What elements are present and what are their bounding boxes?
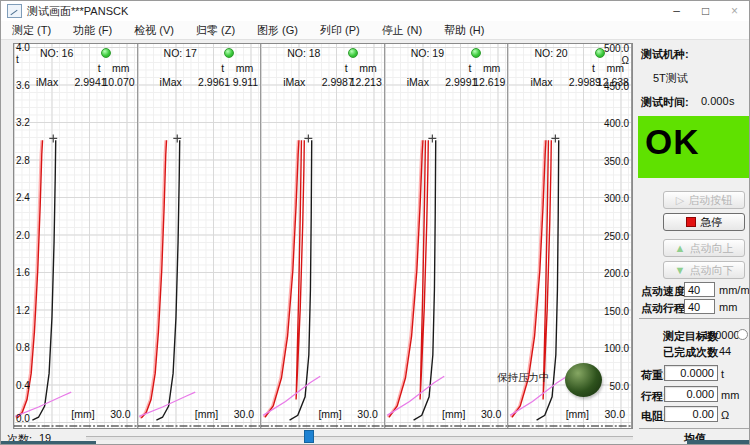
imax-label: iMax (530, 76, 552, 88)
col-header-mm: mm (236, 62, 254, 74)
panel-number: NO: 20 (534, 47, 567, 59)
test-panel-18: NO: 18 t mm iMax 2.9987 12.213 [mm] 30.0 (261, 44, 385, 428)
menu-view[interactable]: 检视 (V) (123, 21, 185, 39)
load-label: 荷重: (641, 368, 667, 383)
jog-stroke-unit: mm (719, 301, 737, 313)
divider (639, 428, 749, 429)
force-curve-chart (14, 44, 137, 428)
status-dot-icon (595, 48, 605, 58)
play-icon: ▷ (676, 195, 684, 206)
panel-number: NO: 16 (40, 47, 73, 59)
col-header-t: t (221, 62, 224, 74)
title-bar: 测试画面***PANSCK – □ × (1, 1, 749, 21)
col-header-t: t (345, 62, 348, 74)
menu-help[interactable]: 帮助 (H) (433, 21, 495, 39)
menu-graph[interactable]: 图形 (G) (246, 21, 309, 39)
jog-up-button[interactable]: ▲ 点动向上 (663, 239, 745, 257)
holding-pressure-label: 保持压力中 (497, 371, 550, 385)
imax-stroke-value: 10.070 (102, 76, 134, 88)
stroke-value-field: 0.000 (664, 386, 718, 402)
divider (639, 318, 749, 319)
imax-force-value: 2.9961 (198, 76, 230, 88)
jog-stroke-label: 点动行程 (641, 301, 685, 316)
test-time-unit: s (729, 95, 735, 107)
x-axis-max: 30.0 (357, 408, 377, 420)
result-status-badge: OK (638, 116, 750, 178)
status-dot-icon (348, 48, 358, 58)
x-axis-max: 30.0 (234, 408, 254, 420)
close-button[interactable]: × (720, 1, 749, 21)
test-panel-17: NO: 17 t mm iMax 2.9961 9.911 [mm] 30.0 (138, 44, 262, 428)
jog-speed-label: 点动速度 (641, 284, 685, 299)
window-title: 测试画面***PANSCK (27, 4, 128, 19)
menu-bar: 测定 (T) 功能 (F) 检视 (V) 归零 (Z) 图形 (G) 列印 (P… (1, 21, 749, 40)
cycle-slider-thumb[interactable] (304, 430, 314, 443)
col-header-t: t (98, 62, 101, 74)
test-time-value: 0.000 (701, 95, 729, 107)
x-axis-max: 30.0 (605, 408, 625, 420)
panel-number: NO: 17 (164, 47, 197, 59)
load-value-field: 0.0000 (664, 365, 718, 381)
imax-stroke-value: 12.638 (597, 76, 629, 88)
menu-stop[interactable]: 停止 (N) (371, 21, 433, 39)
test-panel-16: NO: 16 t mm iMax 2.9941 10.070 [mm] 30.0 (14, 44, 138, 428)
x-axis-unit: [mm] (71, 408, 94, 420)
jog-speed-input[interactable]: 40 (684, 282, 715, 297)
panel-number: NO: 19 (411, 47, 444, 59)
target-count-value: 100000 (703, 329, 740, 341)
col-header-mm: mm (112, 62, 130, 74)
cycle-slider-track[interactable] (86, 436, 633, 440)
test-panel-19: NO: 19 t mm iMax 2.9991 12.619 [mm] 30.0 (385, 44, 509, 428)
start-button[interactable]: ▷ 启动按钮 (663, 191, 745, 209)
resistance-value-field: 0.00 (664, 406, 718, 422)
app-window: 测试画面***PANSCK – □ × 测定 (T) 功能 (F) 检视 (V)… (0, 0, 750, 445)
imax-label: iMax (160, 76, 182, 88)
machine-type-value: 5T测试 (653, 71, 688, 86)
menu-print[interactable]: 列印 (P) (309, 21, 371, 39)
chart-area: NO: 16 t mm iMax 2.9941 10.070 [mm] 30.0… (13, 43, 633, 429)
bottom-edge-strip (687, 440, 750, 445)
imax-label: iMax (36, 76, 58, 88)
imax-stroke-value: 12.213 (350, 76, 382, 88)
menu-measure[interactable]: 测定 (T) (1, 21, 62, 39)
x-axis-max: 30.0 (481, 408, 501, 420)
result-status-text: OK (645, 122, 700, 162)
minimize-button[interactable]: – (662, 1, 691, 21)
force-curve-chart (138, 44, 261, 428)
holding-pressure-indicator-icon (565, 363, 602, 397)
emergency-stop-button[interactable]: 急停 (663, 213, 745, 231)
panel-number: NO: 18 (287, 47, 320, 59)
col-header-t: t (592, 62, 595, 74)
bottom-edge-strip (1, 441, 96, 445)
stop-square-icon (686, 217, 696, 227)
x-axis-max: 30.0 (110, 408, 130, 420)
jog-stroke-input[interactable]: 40 (684, 299, 715, 314)
test-time-label: 测试时间: (641, 95, 689, 110)
menu-function[interactable]: 功能 (F) (62, 21, 123, 39)
x-axis-unit: [mm] (442, 408, 465, 420)
stroke-unit: mm (721, 389, 739, 401)
jog-speed-unit: mm/min (719, 284, 750, 296)
imax-label: iMax (283, 76, 305, 88)
resistance-unit: Ω (721, 409, 729, 421)
x-axis-unit: [mm] (318, 408, 341, 420)
target-radio[interactable] (737, 329, 748, 340)
imax-stroke-value: 9.911 (233, 76, 259, 88)
col-header-mm: mm (483, 62, 501, 74)
done-count-label: 已完成次数 (663, 345, 718, 360)
menu-zero[interactable]: 归零 (Z) (185, 21, 246, 39)
col-header-mm: mm (359, 62, 377, 74)
control-sidebar: 测试机种: 5T测试 测试时间: 0.000 s OK ▷ 启动按钮 急停 ▲ … (637, 43, 750, 445)
x-axis-unit: [mm] (195, 408, 218, 420)
col-header-mm: mm (606, 62, 624, 74)
done-count-value: 44 (719, 345, 731, 357)
bottom-bar: 次数: 19 (1, 429, 637, 445)
col-header-t: t (468, 62, 471, 74)
machine-type-label: 测试机种: (641, 47, 689, 62)
maximize-button[interactable]: □ (691, 1, 720, 21)
jog-down-button[interactable]: ▼ 点动向下 (663, 261, 745, 279)
resistance-label: 电阻: (641, 409, 667, 424)
stroke-label: 行程: (641, 389, 667, 404)
force-curve-chart (261, 44, 384, 428)
app-icon (7, 4, 22, 18)
